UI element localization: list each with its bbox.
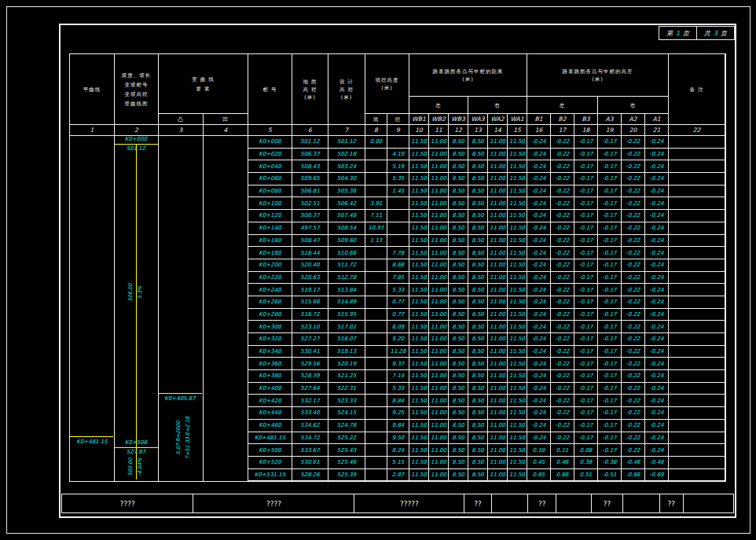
cell-ground-elev: 497.57 <box>292 222 328 235</box>
sheet-number: 1 <box>676 30 680 37</box>
cell-fill-height <box>365 370 387 383</box>
header-ground-line2: 高 程 <box>303 86 317 94</box>
title-block-cell: ????? <box>354 494 464 512</box>
cell-dist-wb2: 11.00 <box>429 222 449 235</box>
cell-dist-wb2: 11.00 <box>429 136 449 149</box>
cell-note <box>669 197 725 210</box>
cell-dist-wb2: 11.00 <box>429 420 449 432</box>
cell-diff-a3: -0.17 <box>598 284 622 296</box>
cell-dist-wa3: 8.50 <box>468 136 488 149</box>
cell-diff-a3: -0.17 <box>598 296 622 309</box>
header-concave: 凹 <box>204 114 248 125</box>
cell-dist-wa3: 8.50 <box>468 210 488 222</box>
cell-station: K0+060 <box>248 173 292 186</box>
cell-diff-b3: -0.17 <box>574 420 598 432</box>
title-block-bar: ????????????????????? <box>61 494 734 513</box>
cell-station: K0+200 <box>248 259 292 272</box>
cell-fill-height: 1.13 <box>365 235 387 248</box>
cell-diff-b3: -0.17 <box>574 272 598 285</box>
cell-cut-depth: 7.85 <box>387 272 409 285</box>
cell-fill-height <box>365 395 387 407</box>
cell-dist-wa1: 11.50 <box>508 457 527 469</box>
cell-dist-wb1: 11.50 <box>409 173 429 186</box>
cell-station: K0+240 <box>248 284 292 296</box>
cell-design-elev: 525.43 <box>328 444 365 457</box>
cell-dist-wb3: 8.50 <box>449 160 468 173</box>
cell-dist-wb2: 11.00 <box>429 296 449 309</box>
header-vcurve-title1: 竖 曲 线 <box>192 75 215 84</box>
cell-dist-wb1: 11.50 <box>409 160 429 173</box>
cell-diff-b3: -0.17 <box>574 395 598 407</box>
cell-diff-a3: -0.17 <box>598 210 622 222</box>
column-number-cell: 11 <box>429 125 449 136</box>
cell-design-elev: 503.24 <box>328 160 365 173</box>
title-block-cell: ?? <box>660 494 684 512</box>
cell-dist-wb1: 11.50 <box>409 272 429 285</box>
cell-dist-wb1: 11.50 <box>409 210 429 222</box>
cell-station: K0+300 <box>248 321 292 333</box>
cell-note <box>669 346 725 358</box>
cell-station: K0+520 <box>248 457 292 469</box>
cell-diff-a2: -0.22 <box>622 210 645 222</box>
cell-design-elev: 513.84 <box>328 284 365 296</box>
cell-station: K0+220 <box>248 272 292 285</box>
title-block-cell: ?? <box>464 494 492 512</box>
cell-diff-b3: 0.38 <box>574 457 598 469</box>
cell-diff-b1: -0.24 <box>527 284 551 296</box>
cell-diff-b2: -0.22 <box>551 370 574 383</box>
header-grade-line1: 坡度、坡长 <box>122 71 152 80</box>
cell-diff-b2: -0.22 <box>551 407 574 420</box>
cell-diff-a1: -0.24 <box>645 136 669 149</box>
cell-diff-a3: -0.17 <box>598 259 622 272</box>
cell-dist-wb3: 8.50 <box>449 186 468 198</box>
header-ground-line1: 地 面 <box>303 78 317 86</box>
cell-dist-wa3: 8.50 <box>468 186 488 198</box>
cell-dist-wb3: 8.50 <box>449 444 468 457</box>
cell-station: K0+280 <box>248 309 292 321</box>
column-number-cell: 16 <box>527 125 551 136</box>
cell-diff-a3: -0.17 <box>598 383 622 395</box>
cell-dist-wa1: 11.50 <box>508 284 527 296</box>
cell-dist-wb2: 11.00 <box>429 210 449 222</box>
cell-diff-b1: -0.24 <box>527 149 551 161</box>
cell-diff-b2: -0.22 <box>551 358 574 370</box>
cell-dist-wa1: 11.50 <box>508 346 527 358</box>
cell-diff-a1: -0.24 <box>645 149 669 161</box>
cell-dist-wa2: 11.00 <box>488 160 508 173</box>
cell-ground-elev: 530.41 <box>292 346 328 358</box>
cell-fill-height <box>365 333 387 346</box>
cell-dist-wb3: 8.50 <box>449 210 468 222</box>
cell-dist-wa2: 11.00 <box>488 469 508 482</box>
cell-dist-wa3: 8.50 <box>468 358 488 370</box>
cell-diff-a1: -0.24 <box>645 235 669 248</box>
cell-dist-wb1: 11.50 <box>409 444 429 457</box>
cell-station: K0+360 <box>248 358 292 370</box>
cell-diff-a2: -0.22 <box>622 247 645 259</box>
cell-dist-wb2: 11.00 <box>429 358 449 370</box>
cell-dist-wa2: 11.00 <box>488 210 508 222</box>
cell-diff-a3: -0.17 <box>598 420 622 432</box>
cell-dist-wa1: 11.50 <box>508 358 527 370</box>
cell-diff-a3: -0.17 <box>598 222 622 235</box>
column-number-cell: 17 <box>551 125 574 136</box>
cell-dist-wa2: 11.00 <box>488 321 508 333</box>
cell-dist-wb3: 8.50 <box>449 272 468 285</box>
cell-fill-height <box>365 160 387 173</box>
cell-design-elev: 501.12 <box>328 136 365 149</box>
cell-note <box>669 321 725 333</box>
cell-fill-height: 0.00 <box>365 136 387 149</box>
cell-station: K0+481.15 <box>248 432 292 445</box>
cell-diff-b3: -0.17 <box>574 136 598 149</box>
cell-dist-wb1: 11.50 <box>409 149 429 161</box>
cell-diff-a1: -0.24 <box>645 173 669 186</box>
cell-dist-wb3: 8.50 <box>449 420 468 432</box>
cell-design-elev: 502.18 <box>328 149 365 161</box>
header-b3: B3 <box>574 114 598 125</box>
header-heightdiff-left: 左 <box>527 97 598 114</box>
cell-design-elev: 519.13 <box>328 346 365 358</box>
cell-ground-elev: 515.66 <box>292 296 328 309</box>
cell-cut-depth <box>387 197 409 210</box>
cell-dist-wb3: 8.50 <box>449 284 468 296</box>
column-number-cell: 18 <box>574 125 598 136</box>
cell-dist-wa3: 8.50 <box>468 247 488 259</box>
